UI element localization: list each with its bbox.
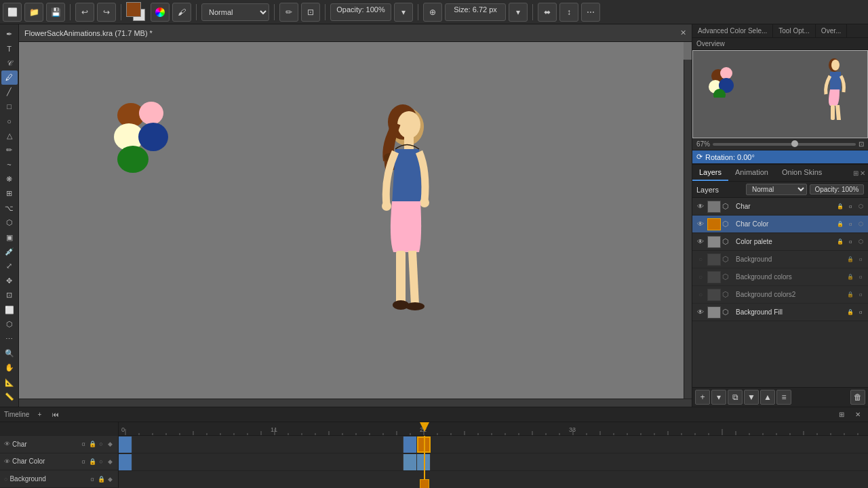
timeline-track-frames-background[interactable]: [119, 471, 868, 488]
more-options-btn[interactable]: ⋯: [581, 3, 600, 22]
char-frame-0[interactable]: [119, 436, 132, 453]
zoom-tool[interactable]: 🔍: [1, 346, 18, 360]
mirror-h-btn[interactable]: ⬌: [538, 3, 557, 22]
char-color-frame-0[interactable]: [119, 454, 132, 470]
timeline-ctrl-onion-cc[interactable]: ○: [97, 458, 105, 466]
save-btn[interactable]: 💾: [46, 3, 65, 22]
layer-row-bg-colors2[interactable]: ○ ⬡ Background colors2 🔒 α: [692, 286, 868, 304]
timeline-vis-background[interactable]: ○: [4, 476, 7, 483]
move-layer-up-btn[interactable]: ▲: [760, 390, 775, 405]
hand-tool[interactable]: ✋: [1, 361, 18, 375]
layer-visibility-background[interactable]: ○: [695, 254, 706, 265]
layer-visibility-bg-colors2[interactable]: ○: [695, 289, 706, 300]
tool-options-tab[interactable]: Tool Opt...: [773, 24, 816, 37]
overview-tab[interactable]: Over...: [816, 24, 847, 37]
open-file-btn[interactable]: 📁: [24, 3, 43, 22]
gradient-tool[interactable]: ▣: [1, 230, 18, 244]
move-tool[interactable]: ✥: [1, 274, 18, 287]
layer-visibility-char[interactable]: 👁: [695, 201, 706, 212]
size-dropdown-btn[interactable]: ▾: [509, 3, 528, 22]
timeline-track-frames-char[interactable]: [119, 436, 868, 453]
char-frame-keyframe[interactable]: [403, 436, 417, 453]
smart-patch-tool[interactable]: ⊞: [1, 187, 18, 201]
clone-tool[interactable]: ⌥: [1, 201, 18, 215]
layer-alpha-bg-colors2[interactable]: α: [856, 290, 865, 300]
layer-lock-bg-fill[interactable]: 🔒: [846, 308, 855, 317]
similar-color-selection-tool[interactable]: ⋯: [1, 332, 18, 346]
layer-mask-char-color[interactable]: ⬡: [856, 220, 865, 229]
tab-onion-skins[interactable]: Onion Skins: [775, 165, 829, 181]
zoom-slider-container[interactable]: [713, 142, 856, 146]
layer-mask-color-palete[interactable]: ⬡: [856, 237, 865, 247]
layers-blend-select[interactable]: Normal: [746, 184, 807, 195]
layer-alpha-bg-colors[interactable]: α: [856, 272, 865, 282]
tab-animation[interactable]: Animation: [728, 165, 775, 181]
layer-lock-char[interactable]: 🔒: [835, 202, 845, 211]
freehand-path-tool[interactable]: ✏: [1, 143, 18, 157]
polygon-tool[interactable]: △: [1, 129, 18, 142]
advanced-color-selector-tab[interactable]: Advanced Color Sele...: [692, 24, 773, 37]
ellipse-tool[interactable]: ○: [1, 115, 18, 128]
layer-lock-color-palete[interactable]: 🔒: [835, 237, 845, 247]
layer-alpha-bg-fill[interactable]: α: [856, 308, 865, 317]
layer-row-char[interactable]: 👁 ⬡ Char 🔒 α ⬡: [692, 198, 868, 216]
dynamic-brush-tool[interactable]: ~: [1, 158, 18, 171]
timeline-ctrl-lock-char[interactable]: 🔒: [88, 440, 96, 448]
vertical-scrollbar[interactable]: [684, 60, 692, 399]
rect-tool[interactable]: □: [1, 100, 18, 113]
overview-preview[interactable]: [692, 50, 868, 138]
layer-alpha-lock-char[interactable]: α: [846, 202, 855, 211]
timeline-ctrl-onion-char[interactable]: ○: [97, 440, 105, 448]
layer-alpha-color-palete[interactable]: α: [846, 237, 855, 247]
canvas-close-btn[interactable]: ✕: [680, 28, 686, 37]
layer-options-btn[interactable]: ▾: [711, 390, 726, 405]
opacity-dropdown-btn[interactable]: ▾: [394, 3, 413, 22]
layer-row-bg-fill[interactable]: 👁 ⬡ Background Fill 🔒 α: [692, 304, 868, 321]
mirror-v-btn[interactable]: ↕: [559, 3, 578, 22]
timeline-ctrl-anim-char[interactable]: α: [79, 440, 87, 448]
layer-row-char-color[interactable]: 👁 ⬡ Char Color 🔒 α ⬡: [692, 216, 868, 233]
delete-layer-btn[interactable]: 🗑: [850, 390, 865, 405]
timeline-back-btn[interactable]: ⏮: [50, 409, 62, 421]
timeline-ctrl-frame-cc[interactable]: ◆: [106, 458, 114, 466]
add-layer-btn[interactable]: +: [695, 390, 710, 405]
layer-row-bg-colors[interactable]: ○ ⬡ Background colors 🔒 α: [692, 268, 868, 286]
timeline-ctrl-frame-bg[interactable]: ◆: [106, 475, 114, 483]
layer-alpha-background[interactable]: α: [856, 255, 865, 264]
canvas-content[interactable]: [19, 42, 692, 407]
new-document-btn[interactable]: ⬜: [3, 3, 22, 22]
fill-tool[interactable]: ⬡: [1, 216, 18, 229]
layer-visibility-bg-fill[interactable]: 👁: [695, 307, 706, 318]
blend-mode-select[interactable]: Normal Multiply Screen: [201, 3, 269, 21]
layers-panel-menu-btn[interactable]: ⊞: [853, 169, 859, 177]
assistant-tool[interactable]: 📐: [1, 375, 18, 389]
calligraphy-tool[interactable]: 𝒞: [1, 56, 18, 70]
horizontal-scrollbar[interactable]: [19, 399, 692, 407]
char-color-frame-kf[interactable]: [403, 454, 417, 470]
layer-visibility-char-color[interactable]: 👁: [695, 219, 706, 230]
contiguous-selection-tool[interactable]: ⬡: [1, 317, 18, 331]
foreground-color[interactable]: [126, 2, 141, 17]
paint-brush-tool[interactable]: 🖊: [1, 70, 18, 84]
zoom-fit-btn[interactable]: ⊡: [859, 140, 864, 148]
timeline-ctrl-anim-cc[interactable]: α: [79, 458, 87, 466]
timeline-vis-char-color[interactable]: 👁: [4, 458, 10, 465]
brush-angle-btn[interactable]: ⊕: [423, 3, 442, 22]
timeline-settings-btn[interactable]: ⊞: [835, 409, 848, 421]
layer-properties-btn[interactable]: ≡: [776, 390, 791, 405]
layers-panel-close-btn[interactable]: ✕: [860, 169, 865, 177]
timeline-ctrl-lock-bg[interactable]: 🔒: [97, 475, 105, 483]
layer-lock-bg-colors[interactable]: 🔒: [846, 272, 855, 282]
timeline-ctrl-anim-bg[interactable]: α: [88, 475, 96, 483]
timeline-ctrl-lock-cc[interactable]: 🔒: [88, 458, 96, 466]
zoom-thumb[interactable]: [791, 140, 798, 147]
color-settings-btn[interactable]: [151, 3, 170, 22]
layer-visibility-color-palete[interactable]: 👁: [695, 237, 706, 247]
transform-tool[interactable]: ⤢: [1, 260, 18, 273]
crop-tool[interactable]: ⊡: [1, 289, 18, 302]
line-tool[interactable]: ╱: [1, 85, 18, 99]
freehand-brush-tool[interactable]: ✒: [1, 27, 18, 41]
layer-row-background[interactable]: ○ ⬡ Background 🔒 α: [692, 251, 868, 268]
selection-rect-tool[interactable]: ⬜: [1, 303, 18, 317]
move-layer-down-btn[interactable]: ▼: [744, 390, 759, 405]
